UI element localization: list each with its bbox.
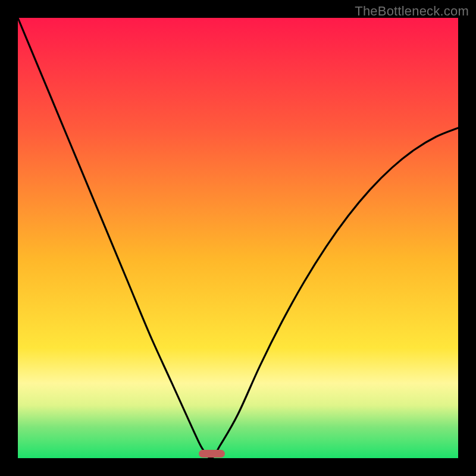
curve-svg bbox=[18, 18, 458, 458]
watermark-text: TheBottleneck.com bbox=[355, 4, 469, 19]
bottleneck-marker bbox=[199, 450, 225, 458]
chart-area bbox=[18, 18, 458, 458]
bottleneck-curve-path bbox=[18, 18, 458, 458]
